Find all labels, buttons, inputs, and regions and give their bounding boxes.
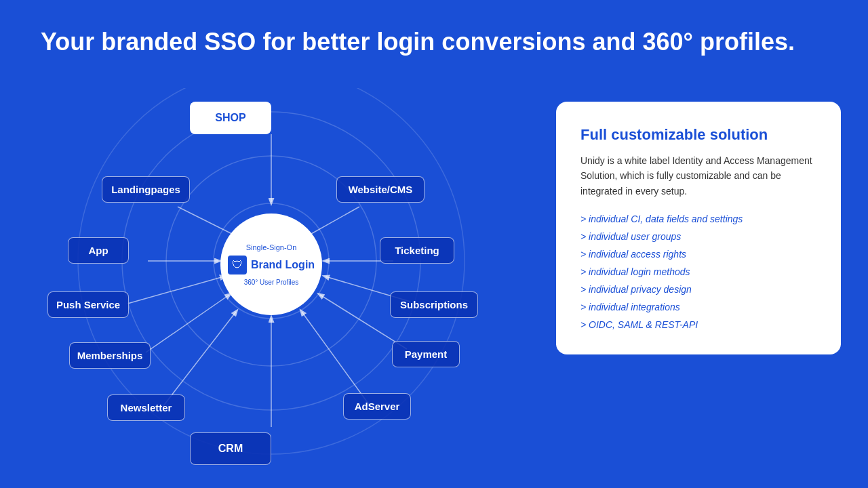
svg-line-13 [146,295,229,352]
svg-line-11 [127,277,224,304]
panel-title: Full customizable solution [580,126,816,144]
satellite-ticketing: Ticketing [380,237,454,264]
satellite-website: Website/CMS [336,176,425,203]
svg-line-16 [302,312,370,405]
panel-feature-item: > individual CI, data fields and setting… [580,214,816,224]
svg-line-8 [305,207,359,237]
center-brand: 🛡 Brand Login [228,256,315,274]
satellite-push-service: Push Service [47,291,129,318]
satellite-subscriptions: Subscriptions [390,291,478,318]
brand-login-text: Brand Login [251,259,315,271]
diagram-area: Single-Sign-On 🛡 Brand Login 360° User P… [27,88,515,468]
svg-line-15 [163,312,236,407]
satellite-shop: SHOP [190,102,271,134]
satellite-adserver: AdServer [343,393,411,420]
center-label-bottom: 360° User Profiles [244,279,299,286]
satellite-crm: CRM [190,432,271,465]
panel-feature-item: > individual privacy design [580,284,816,295]
panel-feature-item: > individual integrations [580,302,816,312]
satellite-app: App [68,237,129,264]
panel-feature-item: > individual login methods [580,266,816,277]
page-heading: Your branded SSO for better login conver… [41,27,827,56]
satellite-newsletter: Newsletter [107,394,185,421]
satellite-memberships: Memberships [69,342,151,369]
shield-icon: 🛡 [228,256,247,274]
panel-description: Unidy is a white label Identity and Acce… [580,153,816,199]
panel-feature-item: > individual access rights [580,249,816,260]
satellite-payment: Payment [392,341,460,367]
panel-feature-item: > OIDC, SAML & REST-API [580,319,816,330]
svg-line-7 [178,207,236,236]
center-circle: Single-Sign-On 🛡 Brand Login 360° User P… [220,214,322,315]
satellite-landingpages: Landingpages [102,176,190,203]
right-panel: Full customizable solution Unidy is a wh… [556,102,841,354]
panel-features-list: > individual CI, data fields and setting… [580,214,816,330]
center-label-top: Single-Sign-On [246,243,297,251]
panel-feature-item: > individual user groups [580,231,816,242]
